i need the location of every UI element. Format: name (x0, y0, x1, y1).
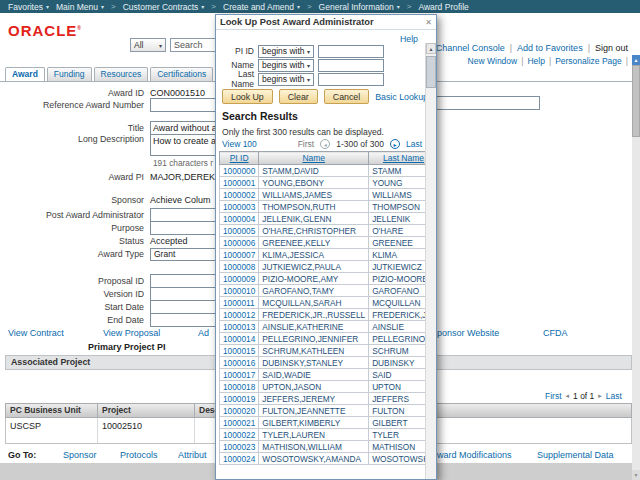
look-up-button[interactable]: Look Up (222, 89, 273, 104)
cancel-button[interactable]: Cancel (324, 89, 369, 104)
result-pi-id-link[interactable]: 1000012 (220, 309, 259, 321)
tab-award[interactable]: Award (5, 67, 45, 82)
result-name-link[interactable]: JUTKIEWICZ,PAULA (259, 261, 369, 273)
result-row[interactable]: 1000016 DUBINSKY,STANLEY DUBINSKY (220, 357, 438, 369)
view-100-link[interactable]: View 100 (222, 139, 257, 149)
result-row[interactable]: 1000020 FULTON,JEANNETTE FULTON (220, 405, 438, 417)
scroll-down-icon[interactable]: ▼ (632, 470, 640, 480)
sponsor-website-link[interactable]: ponsor Website (437, 328, 499, 338)
result-pi-id-link[interactable]: 1000015 (220, 345, 259, 357)
result-row[interactable]: 1000007 KLIMA,JESSICA KLIMA (220, 249, 438, 261)
last-name-input[interactable] (318, 73, 384, 86)
result-row[interactable]: 1000011 MCQUILLAN,SARAH MCQUILLAN (220, 297, 438, 309)
result-name-link[interactable]: FULTON,JEANNETTE (259, 405, 369, 417)
result-pi-id-link[interactable]: 1000019 (220, 393, 259, 405)
result-name-link[interactable]: GREENEE,KELLY (259, 237, 369, 249)
results-first-link[interactable]: First (298, 139, 315, 149)
channel-console-link[interactable]: Channel Console (436, 43, 505, 53)
result-row[interactable]: 1000005 O'HARE,CHRISTOPHER O'HARE (220, 225, 438, 237)
result-name-link[interactable]: DUBINSKY,STANLEY (259, 357, 369, 369)
previous-row-icon[interactable]: ◂ (566, 392, 570, 400)
result-row[interactable]: 1000009 PIZIO-MOORE,AMY PIZIO-MOORE (220, 273, 438, 285)
add-to-favorites-link[interactable]: Add to Favorites (517, 43, 583, 53)
basic-lookup-link[interactable]: Basic Lookup (375, 92, 428, 102)
result-row[interactable]: 1000014 PELLEGRINO,JENNIFER PELLEGRINO (220, 333, 438, 345)
result-row[interactable]: 1000019 JEFFERS,JEREMY JEFFERS (220, 393, 438, 405)
page-scrollbar[interactable]: ▲ ▼ (632, 55, 640, 480)
column-header-pc-business-unit[interactable]: PC Business Unit (6, 404, 98, 417)
result-name-link[interactable]: JELLENIK,GLENN (259, 213, 369, 225)
result-row[interactable]: 1000006 GREENEE,KELLY GREENEE (220, 237, 438, 249)
result-row[interactable]: 1000023 MATHISON,WILLIAM MATHISON (220, 441, 438, 453)
result-row[interactable]: 1000022 TYLER,LAUREN TYLER (220, 429, 438, 441)
result-row[interactable]: 1000012 FREDERICK,JR.,RUSSELL FREDERICK,… (220, 309, 438, 321)
result-name-link[interactable]: GILBERT,KIMBERLY (259, 417, 369, 429)
goto-attributes-link[interactable]: Attribut (178, 450, 207, 460)
result-row[interactable]: 1000017 SAID,WADIE SAID (220, 369, 438, 381)
personalize-page-link[interactable]: Personalize Page (555, 56, 622, 66)
result-pi-id-link[interactable]: 1000020 (220, 405, 259, 417)
result-name-link[interactable]: O'HARE,CHRISTOPHER (259, 225, 369, 237)
scrollbar-thumb[interactable] (632, 65, 640, 137)
pi-id-input[interactable] (318, 45, 384, 58)
name-operator-select[interactable]: begins with ▾ (258, 59, 314, 72)
result-pi-id-link[interactable]: 1000014 (220, 333, 259, 345)
result-name-link[interactable]: UPTON,JASON (259, 381, 369, 393)
result-pi-id-link[interactable]: 1000024 (220, 453, 259, 465)
result-pi-id-link[interactable]: 1000021 (220, 417, 259, 429)
next-row-icon[interactable]: ▸ (598, 392, 602, 400)
result-pi-id-link[interactable]: 1000009 (220, 273, 259, 285)
result-pi-id-link[interactable]: 1000004 (220, 213, 259, 225)
result-pi-id-link[interactable]: 1000023 (220, 441, 259, 453)
breadcrumb-favorites[interactable]: Favorites ▾ (8, 2, 49, 12)
last-name-operator-select[interactable]: begins with ▾ (258, 73, 314, 86)
column-header-project[interactable]: Project (98, 404, 195, 417)
lookup-help-link[interactable]: Help (400, 34, 418, 44)
breadcrumb-main-menu[interactable]: Main Menu ▾ (56, 2, 104, 12)
result-pi-id-link[interactable]: 1000005 (220, 225, 259, 237)
breadcrumb-customer-contracts[interactable]: Customer Contracts ▾ (123, 2, 205, 12)
result-row[interactable]: 1000018 UPTON,JASON UPTON (220, 381, 438, 393)
sign-out-link[interactable]: Sign out (595, 43, 628, 53)
result-row[interactable]: 1000000 STAMM,DAVID STAMM (220, 165, 438, 177)
previous-page-icon[interactable]: ◂ (320, 139, 330, 149)
result-pi-id-link[interactable]: 1000018 (220, 381, 259, 393)
next-page-icon[interactable]: ▸ (390, 139, 400, 149)
result-name-link[interactable]: GAROFANO,TAMY (259, 285, 369, 297)
result-name-link[interactable]: WILLIAMS,JAMES (259, 189, 369, 201)
new-window-link[interactable]: New Window (468, 56, 518, 66)
result-name-link[interactable]: PIZIO-MOORE,AMY (259, 273, 369, 285)
result-name-link[interactable]: JEFFERS,JEREMY (259, 393, 369, 405)
result-name-link[interactable]: TYLER,LAUREN (259, 429, 369, 441)
results-last-link[interactable]: Last (406, 139, 422, 149)
result-name-link[interactable]: KLIMA,JESSICA (259, 249, 369, 261)
result-name-link[interactable]: MCQUILLAN,SARAH (259, 297, 369, 309)
result-pi-id-link[interactable]: 1000006 (220, 237, 259, 249)
result-name-link[interactable]: PELLEGRINO,JENNIFER (259, 333, 369, 345)
result-name-link[interactable]: SAID,WADIE (259, 369, 369, 381)
start-date-input[interactable] (150, 300, 220, 314)
result-pi-id-link[interactable]: 1000001 (220, 177, 259, 189)
close-icon[interactable]: ✕ (425, 18, 432, 27)
additional-link[interactable]: Ad (198, 328, 209, 338)
result-row[interactable]: 1000004 JELLENIK,GLENN JELLENIK (220, 213, 438, 225)
goto-protocols-link[interactable]: Protocols (120, 450, 158, 460)
result-pi-id-link[interactable]: 1000022 (220, 429, 259, 441)
clear-button[interactable]: Clear (279, 89, 318, 104)
result-name-link[interactable]: YOUNG,EBONY (259, 177, 369, 189)
result-pi-id-link[interactable]: 1000017 (220, 369, 259, 381)
result-name-link[interactable]: STAMM,DAVID (259, 165, 369, 177)
tab-resources[interactable]: Resources (94, 67, 149, 82)
goto-award-modifications-link[interactable]: ward Modifications (437, 450, 512, 460)
result-row[interactable]: 1000008 JUTKIEWICZ,PAULA JUTKIEWICZ (220, 261, 438, 273)
lookup-scrollbar[interactable]: ▲ (425, 43, 436, 479)
result-pi-id-link[interactable]: 1000008 (220, 261, 259, 273)
result-name-link[interactable]: WOSOTOWSKY,AMANDA (259, 453, 369, 465)
result-row[interactable]: 1000003 THOMPSON,RUTH THOMPSON (220, 201, 438, 213)
grid-first-link[interactable]: First (545, 391, 562, 401)
scrollbar-thumb[interactable] (426, 56, 436, 88)
goto-supplemental-data-link[interactable]: Supplemental Data (537, 450, 614, 460)
result-pi-id-link[interactable]: 1000000 (220, 165, 259, 177)
cfda-link[interactable]: CFDA (543, 328, 568, 338)
column-header-name[interactable]: Name (259, 152, 369, 165)
